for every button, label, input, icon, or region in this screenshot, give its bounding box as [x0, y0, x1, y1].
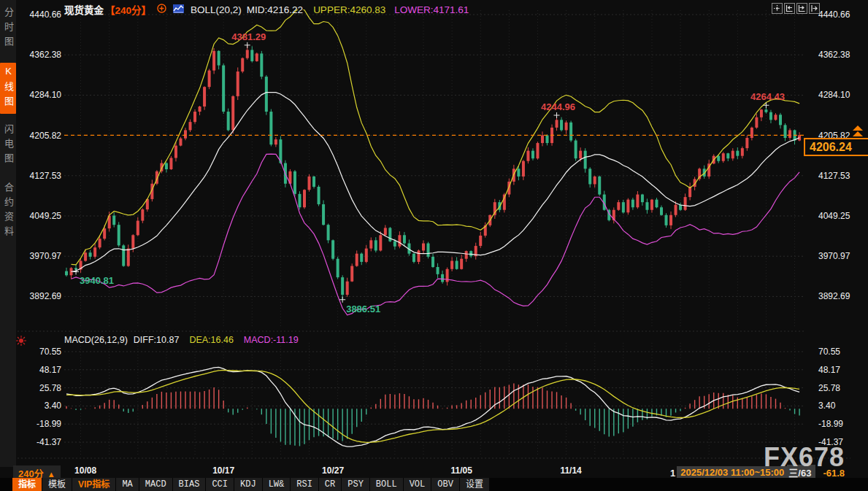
- boll-lower-value: LOWER:4171.61: [394, 4, 469, 15]
- move-crosshair-icon[interactable]: [772, 3, 783, 14]
- svg-text:4205.82: 4205.82: [30, 131, 62, 141]
- price-arrow-icon: [853, 125, 863, 131]
- macd-diff-value: DIFF:10.87: [134, 335, 180, 345]
- indicator-alert-icon[interactable]: [15, 335, 27, 349]
- svg-text:-18.99: -18.99: [37, 419, 61, 429]
- svg-text:11/14: 11/14: [560, 465, 582, 476]
- svg-text:10/27: 10/27: [322, 465, 344, 476]
- extreme-price-label: 3940.81: [80, 275, 114, 286]
- indicator-toolbar: 指标模板VIP指标MAMACDBIASCCIKDJLW&RSICRPSYBOLL…: [0, 478, 868, 491]
- svg-text:-18.99: -18.99: [818, 419, 843, 429]
- toolbar-button-MACD[interactable]: MACD: [139, 478, 172, 491]
- extreme-price-label: 4381.29: [231, 31, 266, 42]
- svg-text:-41.37: -41.37: [818, 437, 843, 447]
- toolbar-button-RSI[interactable]: RSI: [291, 478, 318, 491]
- svg-text:10/17: 10/17: [212, 465, 234, 476]
- svg-text:4362.38: 4362.38: [30, 50, 62, 60]
- macd-name: MACD(26,12,9): [64, 335, 128, 345]
- boll-upper-line: [72, 8, 800, 265]
- sidebar-tab-1[interactable]: K线图: [0, 63, 16, 114]
- svg-text:-41.37: -41.37: [37, 437, 61, 447]
- svg-text:4127.53: 4127.53: [30, 171, 62, 181]
- current-price-box: 4206.24: [804, 138, 868, 156]
- period-label[interactable]: 【240分】: [105, 2, 151, 17]
- svg-text:11/05: 11/05: [450, 465, 472, 476]
- trading-app-window: 4440.664440.664362.384362.384284.104284.…: [0, 0, 868, 491]
- toolbar-button-MA[interactable]: MA: [116, 478, 138, 491]
- status-prefix: 1: [670, 468, 675, 479]
- sidebar-tab-2[interactable]: 闪电图: [0, 121, 16, 171]
- svg-text:4284.10: 4284.10: [30, 90, 62, 100]
- svg-text:48.17: 48.17: [818, 365, 840, 375]
- svg-text:3970.97: 3970.97: [30, 251, 62, 261]
- macd-header: MACD(26,12,9) DIFF:10.87 DEA:16.46 MACD:…: [64, 335, 299, 345]
- svg-text:3.40: 3.40: [45, 401, 62, 411]
- toolbar-button-CR[interactable]: CR: [319, 478, 341, 491]
- boll-upper-value: UPPER:4260.83: [313, 4, 385, 15]
- svg-text:4362.38: 4362.38: [818, 50, 850, 60]
- toolbar-button-模板[interactable]: 模板: [42, 478, 72, 491]
- bollinger-bands: [72, 8, 800, 315]
- symbol-name: 现货黄金: [64, 2, 104, 17]
- toolbar-button-KDJ[interactable]: KDJ: [234, 478, 262, 491]
- extreme-price-label: 3886.51: [346, 304, 380, 314]
- svg-text:4440.66: 4440.66: [30, 9, 62, 20]
- toolbar-button-VIP指标[interactable]: VIP指标: [72, 478, 115, 491]
- extreme-price-label: 4244.96: [541, 101, 575, 112]
- macd-macd-value: MACD:-11.19: [244, 335, 299, 345]
- mini-chart-icon[interactable]: [173, 4, 184, 15]
- boll-label: BOLL(20,2): [191, 4, 242, 15]
- boll-mid-value: MID:4216.22: [247, 4, 303, 15]
- add-indicator-icon[interactable]: [157, 4, 166, 15]
- boll-lower-line: [72, 154, 800, 315]
- bar-change-value: -61.8: [823, 468, 845, 479]
- chart-header: 现货黄金 【240分】 BOLL(20,2) MID:4216.22 UPPER…: [64, 2, 469, 17]
- sidebar-tab-3[interactable]: 合约资料: [0, 179, 16, 244]
- candlesticks: [65, 45, 801, 300]
- macd-dea-value: DEA:16.46: [189, 335, 233, 345]
- svg-text:3892.69: 3892.69: [818, 291, 850, 301]
- extreme-price-label: 4264.43: [750, 91, 785, 102]
- svg-text:3970.97: 3970.97: [818, 251, 850, 261]
- svg-text:25.78: 25.78: [39, 383, 61, 393]
- svg-text:4127.53: 4127.53: [818, 171, 850, 181]
- toolbar-button-OBV[interactable]: OBV: [431, 478, 459, 491]
- price-annotations: 3940.814381.293886.514244.964264.43: [73, 31, 785, 314]
- scale-right-icon[interactable]: [796, 3, 807, 14]
- toolbar-button-LW&[interactable]: LW&: [263, 478, 291, 491]
- svg-text:48.17: 48.17: [39, 365, 61, 375]
- toolbar-button-PSY[interactable]: PSY: [342, 478, 369, 491]
- macd-pane: [66, 367, 799, 446]
- svg-text:4049.25: 4049.25: [818, 211, 850, 221]
- toolbar-button-BIAS[interactable]: BIAS: [173, 478, 206, 491]
- svg-text:4440.66: 4440.66: [818, 9, 850, 20]
- svg-text:25.78: 25.78: [818, 383, 840, 393]
- toolbar-button-CCI[interactable]: CCI: [206, 478, 234, 491]
- chart-type-sidebar: 分时图K线图闪电图合约资料: [0, 0, 16, 467]
- boll-mid-line: [72, 93, 800, 272]
- chart-scale-controls: [772, 3, 820, 14]
- price-macd-chart: 4440.664440.664362.384362.384284.104284.…: [0, 0, 868, 478]
- toolbar-button-BOLL[interactable]: BOLL: [370, 478, 403, 491]
- sidebar-tab-0[interactable]: 分时图: [0, 4, 16, 54]
- pan-right-icon[interactable]: [809, 3, 820, 14]
- svg-text:4049.25: 4049.25: [30, 211, 62, 221]
- svg-text:4284.10: 4284.10: [818, 90, 850, 100]
- scale-left-icon[interactable]: [784, 3, 795, 14]
- svg-text:3.40: 3.40: [818, 401, 836, 411]
- svg-text:10/08: 10/08: [74, 465, 96, 476]
- toolbar-button-VOL[interactable]: VOL: [404, 478, 431, 491]
- svg-text:70.55: 70.55: [39, 347, 61, 357]
- svg-text:70.55: 70.55: [818, 347, 840, 357]
- toolbar-button-指标[interactable]: 指标: [12, 478, 42, 491]
- svg-text:3892.69: 3892.69: [30, 291, 62, 301]
- toolbar-button-设置[interactable]: 设置: [460, 478, 489, 491]
